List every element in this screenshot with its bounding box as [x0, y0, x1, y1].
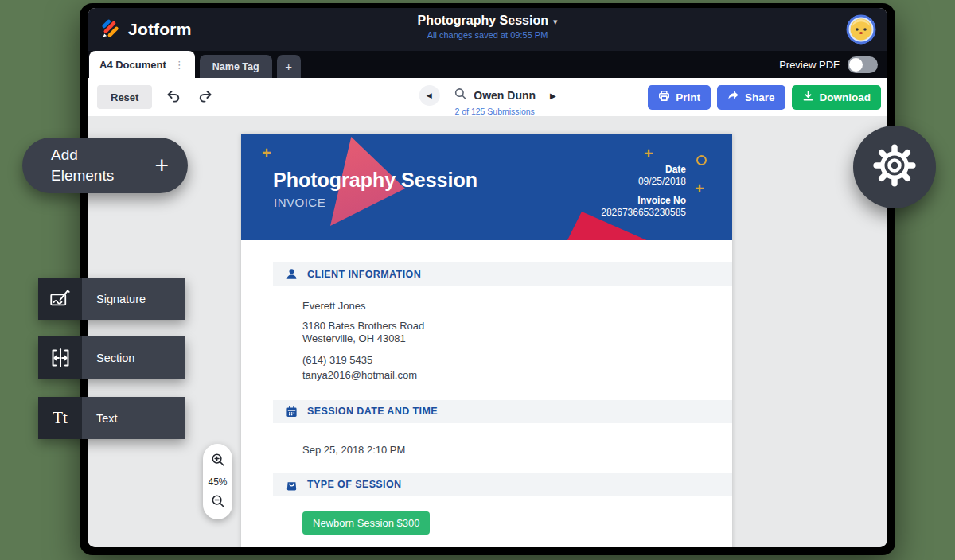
share-button[interactable]: Share: [717, 85, 785, 110]
section-type-of-session[interactable]: TYPE OF SESSION: [273, 473, 732, 496]
screen: Jotform Photography Session▾ All changes…: [0, 0, 955, 560]
person-icon: [286, 268, 298, 280]
text-icon: Tt: [38, 397, 82, 439]
tool-signature[interactable]: Signature: [38, 278, 185, 320]
zoom-level: 45%: [208, 476, 227, 488]
redo-button[interactable]: [195, 88, 216, 107]
decor-plus-icon: +: [644, 146, 653, 161]
section-icon: [38, 336, 82, 379]
invoice-no-label: Invoice No: [601, 195, 686, 207]
top-bar: Jotform Photography Session▾ All changes…: [88, 8, 887, 51]
tool-signature-label: Signature: [82, 278, 185, 320]
invoice-subtitle[interactable]: INVOICE: [274, 196, 325, 209]
session-type-badge[interactable]: Newborn Session $300: [302, 511, 430, 535]
submission-search[interactable]: Owen Dunn 2 of 125 Submissions: [454, 88, 536, 103]
client-phone: (614) 319 5435: [302, 354, 732, 368]
chevron-down-icon: ▾: [553, 17, 558, 26]
redo-icon: [197, 89, 214, 106]
undo-button[interactable]: [163, 88, 184, 107]
tool-text-label: Text: [82, 397, 185, 439]
plus-icon: +: [154, 152, 169, 179]
print-button[interactable]: Print: [648, 85, 711, 110]
reset-button[interactable]: Reset: [97, 85, 152, 109]
add-elements-label: Add Elements: [51, 145, 138, 185]
save-status: All changes saved at 09:55 PM: [418, 30, 558, 40]
decor-circle-icon: [696, 155, 707, 165]
client-address: 3180 Bates Brothers Road Westerville, OH…: [302, 320, 732, 346]
preview-pdf-control: Preview PDF: [779, 56, 878, 73]
invoice-body: CLIENT INFORMATION Everett Jones 3180 Ba…: [241, 240, 732, 547]
section-session-date[interactable]: SESSION DATE AND TIME: [273, 400, 732, 423]
tab-a4-document[interactable]: A4 Document ⋮: [89, 51, 195, 78]
client-name: Everett Jones: [302, 300, 732, 313]
add-elements-button[interactable]: Add Elements +: [22, 138, 188, 193]
tool-section-label: Section: [82, 336, 185, 379]
document-title-dropdown[interactable]: Photography Session▾: [418, 14, 558, 28]
tab-name-tag[interactable]: Name Tag: [200, 55, 272, 78]
tool-section[interactable]: Section: [38, 336, 185, 379]
zoom-control: 45%: [203, 444, 232, 519]
tool-text[interactable]: Tt Text: [38, 397, 185, 439]
zoom-in-icon: [211, 453, 225, 469]
invoice-no-value: 2826736653230585: [601, 207, 686, 219]
client-info-field[interactable]: Everett Jones 3180 Bates Brothers Road W…: [302, 300, 732, 383]
add-tab-button[interactable]: +: [277, 55, 301, 78]
shopping-bag-icon: [286, 479, 298, 491]
submission-count: 2 of 125 Submissions: [454, 107, 534, 116]
client-email: tanya2016@hotmail.com: [302, 369, 732, 383]
jotform-logo-icon: [99, 18, 120, 42]
calendar-icon: [286, 406, 298, 418]
invoice-header[interactable]: + + + Photography Session INVOICE Date 0…: [241, 134, 732, 240]
preview-pdf-label: Preview PDF: [779, 59, 840, 71]
tab-menu-icon[interactable]: ⋮: [174, 59, 185, 71]
undo-icon: [165, 89, 182, 106]
invoice-title[interactable]: Photography Session: [273, 169, 477, 192]
preview-pdf-toggle[interactable]: [848, 56, 878, 73]
download-icon: [802, 90, 814, 104]
zoom-out-button[interactable]: [211, 494, 225, 511]
signature-icon: [38, 278, 82, 320]
date-value: 09/25/2018: [601, 176, 686, 188]
date-label: Date: [601, 164, 686, 176]
download-button[interactable]: Download: [792, 85, 882, 110]
decor-plus-icon: +: [695, 181, 704, 196]
next-submission-button[interactable]: ▶: [550, 91, 556, 100]
section-client-information[interactable]: CLIENT INFORMATION: [273, 262, 732, 286]
prev-arrow-icon: ◀: [427, 91, 432, 99]
toolbar: Reset: [88, 78, 887, 116]
gear-icon: [872, 143, 917, 191]
zoom-in-button[interactable]: [211, 453, 225, 469]
search-icon: [454, 88, 466, 103]
brand: Jotform: [99, 18, 192, 42]
document-title-block: Photography Session▾ All changes saved a…: [418, 14, 558, 40]
tab-bar: A4 Document ⋮ Name Tag + Preview PDF: [88, 51, 887, 78]
deposit-question-label: Was deposit paid?: [302, 546, 732, 548]
submission-nav: ◀ Owen Dunn 2 of 125 Submissions: [419, 85, 555, 106]
share-arrow-icon: [727, 90, 739, 104]
app-window: Jotform Photography Session▾ All changes…: [80, 3, 895, 555]
decor-plus-icon: +: [262, 145, 271, 161]
next-arrow-icon: ▶: [550, 91, 556, 100]
submission-name: Owen Dunn: [474, 89, 536, 102]
user-avatar[interactable]: [846, 14, 876, 45]
printer-icon: [658, 90, 670, 104]
session-datetime-field[interactable]: Sep 25, 2018 2:10 PM: [302, 444, 732, 456]
zoom-out-icon: [211, 494, 225, 511]
toolbar-actions: Print Share: [648, 85, 881, 110]
settings-button[interactable]: [853, 126, 936, 208]
invoice-meta[interactable]: Date 09/25/2018 Invoice No 2826736653230…: [601, 164, 686, 219]
invoice-page: + + + Photography Session INVOICE Date 0…: [241, 134, 732, 547]
prev-submission-button[interactable]: ◀: [419, 85, 439, 106]
brand-name: Jotform: [128, 20, 192, 39]
